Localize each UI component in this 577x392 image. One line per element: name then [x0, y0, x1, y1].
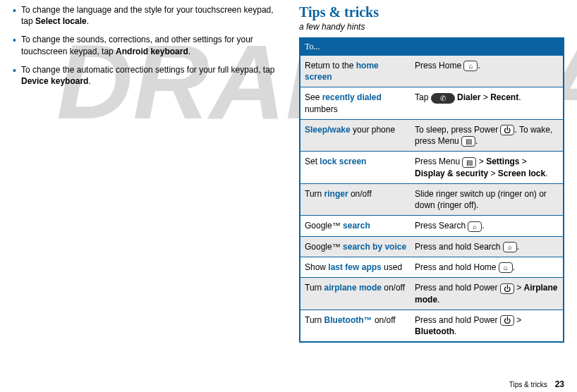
- table-row: Turn ringer on/offSlide ringer switch up…: [300, 183, 564, 215]
- footer-label: Tips & tricks: [509, 381, 547, 388]
- bullet-bold: Device keyboard: [21, 76, 88, 86]
- bold-text: Airplane mode: [415, 283, 557, 304]
- row-action: Turn ringer on/off: [300, 183, 411, 215]
- right-column: Tips & tricks a few handy hints To... Re…: [299, 4, 564, 343]
- row-action: Return to the home screen: [300, 56, 411, 87]
- menu-icon: ▤: [461, 136, 475, 147]
- power-icon: ⏻: [500, 283, 514, 294]
- row-instruction: Press and hold Home ⌂.: [411, 257, 564, 277]
- highlight: home screen: [305, 61, 379, 82]
- table-row: Google™ searchPress Search ⌕.: [300, 216, 564, 236]
- section-title: Tips & tricks: [299, 4, 564, 20]
- power-icon: ⏻: [500, 125, 514, 135]
- bullet-item: To change the automatic correction setti…: [13, 64, 278, 87]
- power-icon: ⏻: [500, 315, 514, 326]
- table-row: Return to the home screenPress Home ⌂.: [300, 56, 564, 87]
- table-header: To...: [300, 38, 564, 56]
- dialer-icon: ✆: [431, 93, 455, 104]
- bullet-bold: Select locale: [35, 16, 87, 26]
- table-row: Google™ search by voicePress and hold Se…: [300, 236, 564, 257]
- table-row: Set lock screenPress Menu ▤ > Settings >…: [300, 152, 564, 184]
- bold-text: Screen lock: [498, 169, 545, 178]
- row-instruction: Press Menu ▤ > Settings > Display & secu…: [411, 152, 564, 184]
- page-number: 23: [555, 379, 564, 389]
- highlight: last few apps: [328, 262, 381, 272]
- row-instruction: To sleep, press Power ⏻. To wake, press …: [411, 119, 564, 152]
- home-icon: ⌂: [463, 61, 478, 71]
- row-action: See recently dialed numbers: [300, 87, 411, 119]
- row-instruction: Tap ✆ Dialer > Recent.: [411, 87, 564, 119]
- row-action: Show last few apps used: [300, 257, 411, 277]
- highlight: Sleep/wake: [305, 125, 351, 135]
- page-footer: Tips & tricks 23: [509, 379, 564, 389]
- left-column: To change the language and the style for…: [13, 4, 278, 343]
- row-instruction: Press and hold Power ⏻ > Airplane mode.: [411, 278, 564, 310]
- table-row: Sleep/wake your phoneTo sleep, press Pow…: [300, 119, 564, 152]
- table-row: Turn airplane mode on/offPress and hold …: [300, 278, 564, 310]
- highlight: lock screen: [320, 157, 366, 166]
- search-icon: ⌕: [468, 221, 482, 232]
- highlight: search by voice: [343, 242, 406, 252]
- row-action: Turn Bluetooth™ on/off: [300, 310, 411, 342]
- bullet-item: To change the language and the style for…: [13, 4, 278, 27]
- search-icon: ⌕: [503, 242, 517, 252]
- bullet-item: To change the sounds, corrections, and o…: [13, 34, 278, 56]
- row-action: Google™ search by voice: [300, 236, 411, 257]
- row-instruction: Press and hold Power ⏻ > Bluetooth.: [411, 310, 564, 342]
- highlight: search: [343, 221, 370, 231]
- row-instruction: Press Search ⌕.: [411, 216, 564, 236]
- bold-text: Display & security: [415, 169, 488, 178]
- row-instruction: Slide ringer switch up (ringer on) or do…: [411, 183, 564, 215]
- tips-table: To... Return to the home screenPress Hom…: [299, 37, 564, 343]
- highlight: recently dialed: [322, 92, 382, 102]
- table-row: See recently dialed numbersTap ✆ Dialer …: [300, 87, 564, 119]
- row-action: Google™ search: [300, 216, 411, 236]
- home-icon: ⌂: [499, 262, 513, 273]
- section-subtitle: a few handy hints: [299, 22, 564, 32]
- bold-text: Dialer: [457, 92, 480, 102]
- highlight: airplane mode: [324, 283, 382, 293]
- bold-text: Bluetooth: [415, 326, 454, 336]
- row-action: Set lock screen: [300, 152, 411, 184]
- bold-text: Settings: [486, 157, 519, 166]
- menu-icon: ▤: [462, 157, 476, 168]
- bold-text: Recent: [490, 92, 518, 102]
- row-instruction: Press Home ⌂.: [411, 56, 564, 87]
- row-instruction: Press and hold Search ⌕.: [411, 236, 564, 257]
- bullet-bold: Android keyboard: [116, 47, 188, 56]
- highlight: ringer: [324, 189, 348, 199]
- row-action: Turn airplane mode on/off: [300, 278, 411, 310]
- table-row: Turn Bluetooth™ on/offPress and hold Pow…: [300, 310, 564, 342]
- highlight: Bluetooth™: [324, 315, 372, 325]
- table-row: Show last few apps usedPress and hold Ho…: [300, 257, 564, 277]
- row-action: Sleep/wake your phone: [300, 119, 411, 152]
